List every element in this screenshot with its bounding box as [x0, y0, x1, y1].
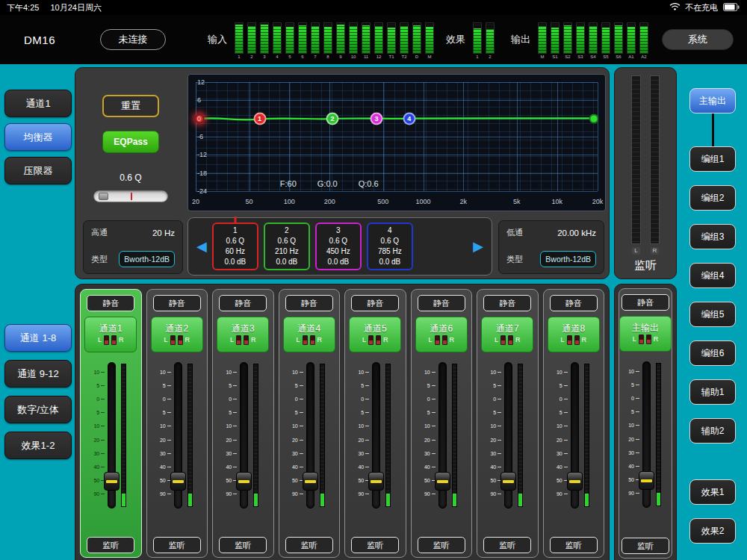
- listen-button[interactable]: 监听: [351, 537, 399, 553]
- listen-button[interactable]: 监听: [87, 537, 134, 553]
- eq-band-handle[interactable]: 4: [403, 112, 415, 125]
- eqpass-button[interactable]: EQPass: [102, 131, 159, 153]
- hpf-type-button[interactable]: Bworth-12dB: [119, 251, 175, 267]
- band-freq-value: 450 Hz: [326, 248, 350, 255]
- system-button[interactable]: 系统: [662, 29, 734, 50]
- eq-band-handle[interactable]: 3: [371, 112, 383, 125]
- channel-select-plate[interactable]: 通道8LR: [548, 317, 600, 352]
- listen-button[interactable]: 监听: [153, 537, 201, 553]
- channel-bank-tab[interactable]: 通道 9-12: [4, 360, 72, 388]
- mute-button[interactable]: 静音: [153, 295, 201, 311]
- output-select-button[interactable]: 辅助1: [689, 379, 736, 405]
- fader-track[interactable]: [306, 362, 314, 508]
- fader-track[interactable]: [642, 361, 651, 508]
- tick-mark: [167, 440, 171, 441]
- output-select-button[interactable]: 编组1: [689, 146, 736, 172]
- eq-graph[interactable]: 1260-6-12-18-241234 205010020050010002k5…: [187, 74, 606, 211]
- prev-band-arrow[interactable]: ◀: [191, 238, 212, 255]
- output-select-button[interactable]: 编组5: [689, 302, 736, 327]
- listen-button[interactable]: 监听: [418, 537, 465, 553]
- fader-scale-mark: 40: [358, 464, 369, 470]
- connection-status-button[interactable]: 未连接: [100, 29, 166, 50]
- fader-track[interactable]: [571, 362, 579, 508]
- fader-track[interactable]: [504, 362, 512, 508]
- output-select-button[interactable]: 编组2: [689, 185, 736, 211]
- channel-edit-tab[interactable]: 均衡器: [4, 123, 72, 151]
- fader-knob[interactable]: [368, 472, 384, 491]
- mute-button[interactable]: 静音: [550, 295, 598, 311]
- fader-track[interactable]: [108, 362, 116, 508]
- fader-scale-mark: 90: [557, 491, 568, 497]
- fader-knob[interactable]: [435, 472, 450, 491]
- meter-fill: [350, 26, 357, 53]
- grid-line-h: [196, 191, 598, 192]
- mute-button[interactable]: 静音: [87, 295, 134, 311]
- channel-select-plate[interactable]: 通道6LR: [415, 317, 468, 352]
- channel-select-plate[interactable]: 通道2LR: [151, 317, 203, 352]
- q-slider-handle[interactable]: [99, 193, 108, 200]
- fader-scale-mark: 10: [490, 370, 501, 375]
- output-select-button[interactable]: 辅助2: [689, 418, 736, 444]
- tick-mark: [432, 426, 436, 426]
- reset-button[interactable]: 重置: [102, 95, 159, 117]
- channel-strip: 静音通道8LR10505102030405090监听: [543, 289, 605, 558]
- fader-scale-mark: 20: [490, 438, 501, 443]
- mute-button[interactable]: 静音: [483, 295, 531, 311]
- fader-scale: 10505102030405090: [621, 369, 639, 496]
- meter-label: S1: [552, 55, 557, 59]
- channel-bank-tab[interactable]: 效果1-2: [4, 432, 72, 459]
- mute-button[interactable]: 静音: [622, 294, 669, 311]
- channel-bank-tab[interactable]: 数字/立体: [4, 396, 72, 423]
- channel-edit-tab[interactable]: 压限器: [4, 157, 72, 184]
- output-select-button[interactable]: 编组3: [689, 224, 736, 249]
- listen-button[interactable]: 监听: [550, 537, 598, 553]
- channel-select-plate[interactable]: 主输出LR: [619, 316, 672, 352]
- eq-band-handle[interactable]: 2: [326, 112, 338, 125]
- eq-y-tick-label: -12: [197, 151, 207, 158]
- fader-knob[interactable]: [170, 472, 186, 491]
- mute-button[interactable]: 静音: [285, 295, 333, 311]
- eq-plot-area[interactable]: 1260-6-12-18-241234: [196, 82, 598, 191]
- channel-select-plate[interactable]: 通道7LR: [481, 317, 533, 352]
- listen-button[interactable]: 监听: [483, 537, 531, 553]
- listen-button[interactable]: 监听: [285, 537, 333, 553]
- channel-bank-tab[interactable]: 通道 1-8: [4, 324, 72, 352]
- output-select-button[interactable]: 效果2: [689, 518, 736, 544]
- eq-band-box[interactable]: 30.6 Q450 Hz0.0 dB: [315, 223, 362, 270]
- fader-knob[interactable]: [303, 472, 318, 491]
- tick-mark: [636, 452, 639, 453]
- next-band-arrow[interactable]: ▶: [468, 238, 489, 255]
- channel-edit-tab[interactable]: 通道1: [4, 90, 72, 117]
- channel-select-plate[interactable]: 通道3LR: [217, 317, 269, 352]
- band-gain-value: 0.0 dB: [224, 258, 246, 266]
- eq-band-box[interactable]: 10.6 Q60 Hz0.0 dB: [212, 223, 258, 270]
- fader-track[interactable]: [438, 362, 447, 508]
- lpf-type-button[interactable]: Bworth-12dB: [540, 251, 596, 267]
- fader-track[interactable]: [174, 362, 182, 508]
- mute-button[interactable]: 静音: [219, 295, 267, 311]
- listen-button[interactable]: 监听: [219, 537, 267, 553]
- channel-select-plate[interactable]: 通道4LR: [283, 317, 335, 352]
- mute-button[interactable]: 静音: [418, 295, 465, 311]
- fader-knob[interactable]: [104, 472, 120, 491]
- fader-scale-mark: 50: [160, 478, 171, 483]
- eq-band-box[interactable]: 40.6 Q785 Hz0.0 dB: [367, 223, 413, 270]
- fader-knob[interactable]: [639, 471, 654, 490]
- output-select-button[interactable]: 效果1: [689, 479, 736, 505]
- output-select-button[interactable]: 编组4: [689, 263, 736, 288]
- output-select-button[interactable]: 编组6: [689, 340, 736, 366]
- output-select-button[interactable]: 主输出: [689, 88, 736, 113]
- q-slider[interactable]: [93, 190, 168, 202]
- listen-button[interactable]: 监听: [622, 538, 669, 554]
- fader-track[interactable]: [372, 362, 380, 508]
- fader-knob[interactable]: [236, 472, 252, 491]
- eq-band-handle[interactable]: 1: [253, 112, 266, 125]
- channel-select-plate[interactable]: 通道5LR: [349, 317, 401, 352]
- eq-cut-handle[interactable]: [589, 113, 598, 123]
- channel-select-plate[interactable]: 通道1LR: [84, 317, 137, 352]
- fader-knob[interactable]: [500, 472, 516, 491]
- eq-band-box[interactable]: 20.6 Q210 Hz0.0 dB: [264, 223, 310, 270]
- mute-button[interactable]: 静音: [351, 295, 399, 311]
- fader-track[interactable]: [240, 362, 248, 508]
- fader-knob[interactable]: [567, 472, 583, 491]
